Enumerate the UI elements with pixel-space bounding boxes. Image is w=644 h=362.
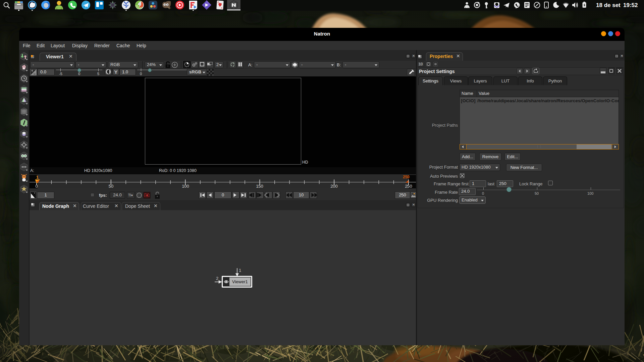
svg-text:Viewer1: Viewer1 [232,279,248,284]
svg-text:2: 2 [216,276,218,281]
svg-text:A: A [217,1,219,3]
svg-text:A: A [221,7,222,9]
svg-text:1: 1 [239,268,241,273]
